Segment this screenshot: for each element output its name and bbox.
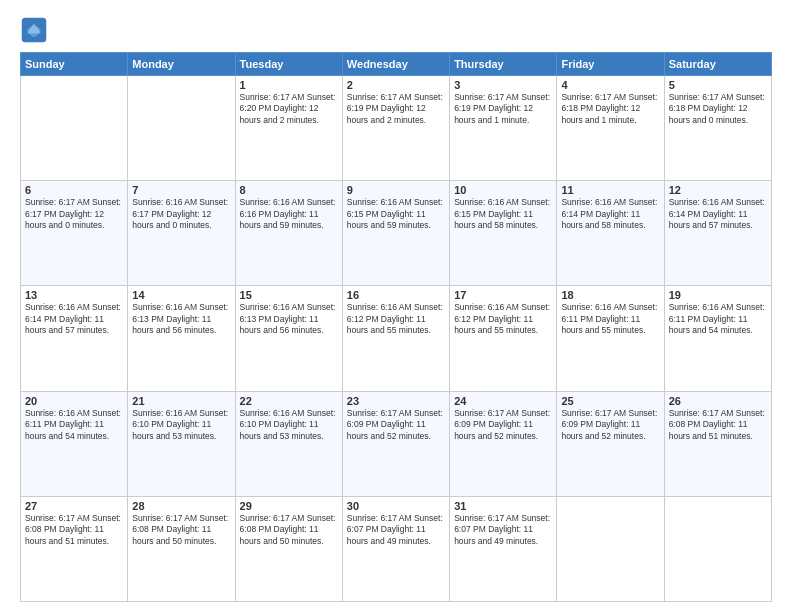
day-number: 23 [347, 395, 445, 407]
day-number: 18 [561, 289, 659, 301]
cell-info: Sunrise: 6:17 AM Sunset: 6:09 PM Dayligh… [454, 408, 552, 442]
cell-info: Sunrise: 6:17 AM Sunset: 6:08 PM Dayligh… [669, 408, 767, 442]
day-number: 21 [132, 395, 230, 407]
logo [20, 16, 52, 44]
calendar-cell: 20Sunrise: 6:16 AM Sunset: 6:11 PM Dayli… [21, 391, 128, 496]
header [20, 16, 772, 44]
calendar-week-row: 27Sunrise: 6:17 AM Sunset: 6:08 PM Dayli… [21, 496, 772, 601]
calendar-day-header: Saturday [664, 53, 771, 76]
calendar-cell: 7Sunrise: 6:16 AM Sunset: 6:17 PM Daylig… [128, 181, 235, 286]
calendar-week-row: 6Sunrise: 6:17 AM Sunset: 6:17 PM Daylig… [21, 181, 772, 286]
day-number: 12 [669, 184, 767, 196]
calendar-week-row: 1Sunrise: 6:17 AM Sunset: 6:20 PM Daylig… [21, 76, 772, 181]
cell-info: Sunrise: 6:16 AM Sunset: 6:10 PM Dayligh… [132, 408, 230, 442]
cell-info: Sunrise: 6:17 AM Sunset: 6:08 PM Dayligh… [25, 513, 123, 547]
day-number: 24 [454, 395, 552, 407]
cell-info: Sunrise: 6:16 AM Sunset: 6:16 PM Dayligh… [240, 197, 338, 231]
day-number: 19 [669, 289, 767, 301]
cell-info: Sunrise: 6:17 AM Sunset: 6:20 PM Dayligh… [240, 92, 338, 126]
cell-info: Sunrise: 6:17 AM Sunset: 6:09 PM Dayligh… [561, 408, 659, 442]
day-number: 14 [132, 289, 230, 301]
day-number: 30 [347, 500, 445, 512]
calendar-day-header: Tuesday [235, 53, 342, 76]
day-number: 13 [25, 289, 123, 301]
cell-info: Sunrise: 6:16 AM Sunset: 6:14 PM Dayligh… [561, 197, 659, 231]
calendar-cell: 11Sunrise: 6:16 AM Sunset: 6:14 PM Dayli… [557, 181, 664, 286]
day-number: 15 [240, 289, 338, 301]
calendar-week-row: 13Sunrise: 6:16 AM Sunset: 6:14 PM Dayli… [21, 286, 772, 391]
cell-info: Sunrise: 6:16 AM Sunset: 6:13 PM Dayligh… [132, 302, 230, 336]
cell-info: Sunrise: 6:16 AM Sunset: 6:11 PM Dayligh… [25, 408, 123, 442]
day-number: 25 [561, 395, 659, 407]
calendar-cell: 21Sunrise: 6:16 AM Sunset: 6:10 PM Dayli… [128, 391, 235, 496]
cell-info: Sunrise: 6:17 AM Sunset: 6:19 PM Dayligh… [454, 92, 552, 126]
calendar-cell: 10Sunrise: 6:16 AM Sunset: 6:15 PM Dayli… [450, 181, 557, 286]
cell-info: Sunrise: 6:16 AM Sunset: 6:10 PM Dayligh… [240, 408, 338, 442]
cell-info: Sunrise: 6:16 AM Sunset: 6:14 PM Dayligh… [669, 197, 767, 231]
calendar-cell: 17Sunrise: 6:16 AM Sunset: 6:12 PM Dayli… [450, 286, 557, 391]
calendar-cell [664, 496, 771, 601]
cell-info: Sunrise: 6:16 AM Sunset: 6:13 PM Dayligh… [240, 302, 338, 336]
calendar-cell [21, 76, 128, 181]
day-number: 26 [669, 395, 767, 407]
calendar-cell: 2Sunrise: 6:17 AM Sunset: 6:19 PM Daylig… [342, 76, 449, 181]
cell-info: Sunrise: 6:16 AM Sunset: 6:11 PM Dayligh… [669, 302, 767, 336]
calendar-cell: 16Sunrise: 6:16 AM Sunset: 6:12 PM Dayli… [342, 286, 449, 391]
day-number: 8 [240, 184, 338, 196]
cell-info: Sunrise: 6:17 AM Sunset: 6:09 PM Dayligh… [347, 408, 445, 442]
calendar-cell: 31Sunrise: 6:17 AM Sunset: 6:07 PM Dayli… [450, 496, 557, 601]
calendar-cell: 3Sunrise: 6:17 AM Sunset: 6:19 PM Daylig… [450, 76, 557, 181]
logo-icon [20, 16, 48, 44]
cell-info: Sunrise: 6:17 AM Sunset: 6:18 PM Dayligh… [561, 92, 659, 126]
calendar-cell: 23Sunrise: 6:17 AM Sunset: 6:09 PM Dayli… [342, 391, 449, 496]
cell-info: Sunrise: 6:17 AM Sunset: 6:07 PM Dayligh… [454, 513, 552, 547]
calendar-cell: 26Sunrise: 6:17 AM Sunset: 6:08 PM Dayli… [664, 391, 771, 496]
day-number: 27 [25, 500, 123, 512]
calendar-day-header: Monday [128, 53, 235, 76]
calendar-header-row: SundayMondayTuesdayWednesdayThursdayFrid… [21, 53, 772, 76]
day-number: 11 [561, 184, 659, 196]
calendar-cell: 15Sunrise: 6:16 AM Sunset: 6:13 PM Dayli… [235, 286, 342, 391]
cell-info: Sunrise: 6:16 AM Sunset: 6:12 PM Dayligh… [347, 302, 445, 336]
calendar-cell: 13Sunrise: 6:16 AM Sunset: 6:14 PM Dayli… [21, 286, 128, 391]
day-number: 2 [347, 79, 445, 91]
cell-info: Sunrise: 6:16 AM Sunset: 6:15 PM Dayligh… [347, 197, 445, 231]
cell-info: Sunrise: 6:16 AM Sunset: 6:12 PM Dayligh… [454, 302, 552, 336]
day-number: 28 [132, 500, 230, 512]
calendar-cell: 8Sunrise: 6:16 AM Sunset: 6:16 PM Daylig… [235, 181, 342, 286]
day-number: 5 [669, 79, 767, 91]
day-number: 17 [454, 289, 552, 301]
day-number: 7 [132, 184, 230, 196]
calendar-day-header: Wednesday [342, 53, 449, 76]
cell-info: Sunrise: 6:16 AM Sunset: 6:11 PM Dayligh… [561, 302, 659, 336]
calendar-cell: 9Sunrise: 6:16 AM Sunset: 6:15 PM Daylig… [342, 181, 449, 286]
day-number: 16 [347, 289, 445, 301]
day-number: 6 [25, 184, 123, 196]
day-number: 10 [454, 184, 552, 196]
day-number: 22 [240, 395, 338, 407]
calendar-cell [557, 496, 664, 601]
cell-info: Sunrise: 6:16 AM Sunset: 6:15 PM Dayligh… [454, 197, 552, 231]
calendar-cell: 18Sunrise: 6:16 AM Sunset: 6:11 PM Dayli… [557, 286, 664, 391]
calendar-cell: 25Sunrise: 6:17 AM Sunset: 6:09 PM Dayli… [557, 391, 664, 496]
day-number: 9 [347, 184, 445, 196]
day-number: 29 [240, 500, 338, 512]
calendar-cell [128, 76, 235, 181]
calendar-cell: 12Sunrise: 6:16 AM Sunset: 6:14 PM Dayli… [664, 181, 771, 286]
cell-info: Sunrise: 6:17 AM Sunset: 6:08 PM Dayligh… [240, 513, 338, 547]
cell-info: Sunrise: 6:17 AM Sunset: 6:18 PM Dayligh… [669, 92, 767, 126]
calendar-day-header: Sunday [21, 53, 128, 76]
calendar-cell: 4Sunrise: 6:17 AM Sunset: 6:18 PM Daylig… [557, 76, 664, 181]
day-number: 4 [561, 79, 659, 91]
calendar-day-header: Thursday [450, 53, 557, 76]
calendar-cell: 6Sunrise: 6:17 AM Sunset: 6:17 PM Daylig… [21, 181, 128, 286]
calendar-cell: 30Sunrise: 6:17 AM Sunset: 6:07 PM Dayli… [342, 496, 449, 601]
calendar-cell: 5Sunrise: 6:17 AM Sunset: 6:18 PM Daylig… [664, 76, 771, 181]
cell-info: Sunrise: 6:17 AM Sunset: 6:19 PM Dayligh… [347, 92, 445, 126]
calendar-cell: 19Sunrise: 6:16 AM Sunset: 6:11 PM Dayli… [664, 286, 771, 391]
cell-info: Sunrise: 6:16 AM Sunset: 6:14 PM Dayligh… [25, 302, 123, 336]
cell-info: Sunrise: 6:16 AM Sunset: 6:17 PM Dayligh… [132, 197, 230, 231]
day-number: 20 [25, 395, 123, 407]
calendar-cell: 27Sunrise: 6:17 AM Sunset: 6:08 PM Dayli… [21, 496, 128, 601]
day-number: 3 [454, 79, 552, 91]
